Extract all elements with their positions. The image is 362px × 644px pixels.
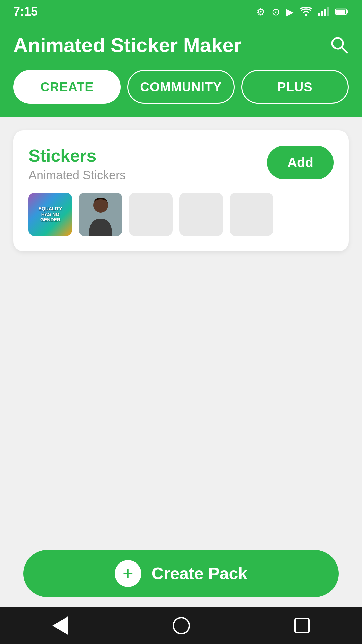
main-content: Stickers Animated Stickers Add EQUALITYH… — [0, 117, 362, 520]
svg-rect-3 — [324, 9, 326, 16]
create-pack-button[interactable]: + Create Pack — [23, 550, 339, 597]
gear-icon: ⚙ — [256, 6, 265, 18]
svg-rect-1 — [318, 13, 320, 16]
sticker-item-2[interactable] — [79, 193, 122, 236]
tab-create[interactable]: CREATE — [13, 70, 121, 104]
recents-icon — [294, 618, 310, 633]
tab-community[interactable]: COMMUNITY — [127, 70, 235, 104]
status-time: 7:15 — [13, 5, 38, 19]
svg-rect-6 — [336, 10, 345, 14]
back-icon — [52, 616, 68, 635]
wifi-icon — [300, 7, 312, 16]
person-image — [79, 193, 122, 236]
youtube-icon: ▶ — [286, 6, 294, 18]
svg-line-9 — [341, 47, 347, 53]
sticker-equality-text: EQUALITYHAS NOGENDER — [39, 206, 62, 223]
nav-home-button[interactable] — [173, 617, 190, 634]
sticker-card-header: Stickers Animated Stickers Add — [28, 146, 334, 182]
svg-rect-4 — [327, 7, 329, 16]
sticker-card-info: Stickers Animated Stickers — [28, 146, 126, 182]
sticker-row: EQUALITYHAS NOGENDER — [28, 193, 334, 236]
sticker-item-1[interactable]: EQUALITYHAS NOGENDER — [28, 193, 72, 236]
tab-plus[interactable]: PLUS — [241, 70, 349, 104]
sticker-item-5[interactable] — [230, 193, 273, 236]
nav-bar — [0, 607, 362, 644]
status-bar: 7:15 ⚙ ⊙ ▶ — [0, 0, 362, 23]
svg-point-0 — [305, 14, 307, 16]
battery-icon — [335, 8, 349, 15]
status-icons: ⚙ ⊙ ▶ — [256, 6, 349, 18]
sticker-card: Stickers Animated Stickers Add EQUALITYH… — [13, 130, 349, 251]
search-button[interactable] — [330, 36, 349, 54]
sticker-card-title: Stickers — [28, 146, 126, 166]
search-icon — [330, 36, 349, 54]
add-button[interactable]: Add — [267, 146, 334, 179]
plus-icon: + — [115, 560, 141, 587]
at-sign-icon: ⊙ — [272, 6, 280, 18]
app-title: Animated Sticker Maker — [13, 34, 241, 57]
home-icon — [173, 617, 190, 634]
create-pack-label: Create Pack — [152, 564, 247, 583]
svg-rect-7 — [347, 10, 348, 13]
signal-icon — [318, 7, 329, 16]
sticker-item-3[interactable] — [129, 193, 173, 236]
tabs-container: CREATE COMMUNITY PLUS — [0, 70, 362, 117]
sticker-card-subtitle: Animated Stickers — [28, 168, 126, 182]
header: Animated Sticker Maker — [0, 23, 362, 70]
sticker-item-4[interactable] — [179, 193, 223, 236]
nav-recents-button[interactable] — [294, 618, 310, 633]
svg-rect-2 — [321, 11, 323, 16]
nav-back-button[interactable] — [52, 616, 68, 635]
